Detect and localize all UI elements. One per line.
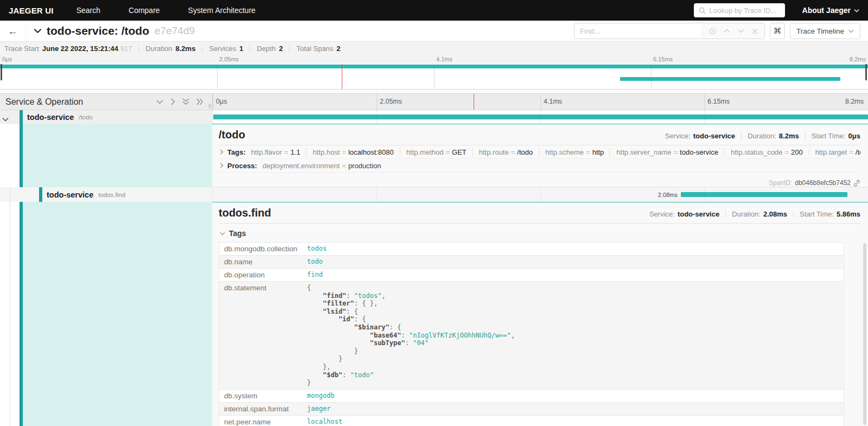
table-row: db.statement{ "find": "todos", "filter":… <box>219 282 844 390</box>
find-clear-icon[interactable] <box>752 28 758 34</box>
timeline-header-row: Service & Operation 0μs 2.05ms 4.1ms 6.1… <box>0 93 868 110</box>
trace-start: Trace Start June 22 2022, 15:21:44 .917 <box>4 44 132 53</box>
span-detail-title: /todo <box>219 129 245 141</box>
search-icon <box>699 7 706 14</box>
trace-duration: Duration 8.2ms <box>145 44 195 53</box>
timeline-ruler: 0μs 2.05ms 4.1ms 6.15ms 8.2ms <box>212 94 868 110</box>
span-tree-offset[interactable] <box>20 124 23 187</box>
tag-pill: http.scheme=http <box>539 148 610 156</box>
tag-pill: http.status_code=200 <box>724 148 809 156</box>
trace-id-lookup[interactable] <box>694 3 785 17</box>
minimap-span-bar-root <box>0 65 868 68</box>
timeline-cursor-line <box>474 94 474 110</box>
trace-view-selector[interactable]: Trace Timeline <box>790 23 860 39</box>
command-icon: ⌘ <box>773 26 781 36</box>
table-row: db.systemmongodb <box>219 389 844 402</box>
app-logo[interactable]: JAEGER UI <box>9 6 54 15</box>
tag-pill: http.server_name=todo-service <box>610 148 724 156</box>
tags-key-value-table: db.mongodb.collectiontodos db.nametodo d… <box>219 242 844 426</box>
tag-pill: http.host=localhost:8080 <box>306 148 399 156</box>
chevron-down-icon <box>854 9 859 12</box>
deep-link-icon[interactable] <box>853 180 860 187</box>
nav-compare[interactable]: Compare <box>129 6 160 15</box>
collapse-one-icon[interactable] <box>156 99 163 104</box>
match-scope-icon[interactable] <box>709 28 716 35</box>
span-duration-label: 2.08ms <box>644 192 678 198</box>
back-arrow-icon: ← <box>8 26 18 37</box>
trace-total-spans: Total Spans 2 <box>296 44 340 53</box>
span-detail-todos-find: todos.find Service:todo-service Duration… <box>0 202 868 426</box>
table-row: db.mongodb.collectiontodos <box>219 243 844 256</box>
chevron-down-icon <box>848 29 854 33</box>
expand-all-icon[interactable] <box>196 98 203 105</box>
tag-pill: http.flavor=1.1 <box>250 148 307 156</box>
trace-services: Services 1 <box>209 44 243 53</box>
find-bar <box>574 23 765 39</box>
tag-pill: http.target=/todo <box>809 148 860 156</box>
process-pill: deployment.environment=production <box>261 162 387 170</box>
span-detail-meta: Service:todo-service Duration:8.2ms Star… <box>665 132 860 140</box>
trace-page-header: ← todo-service: /todo e7e74d9 ⌘ Trace Ti… <box>0 21 868 42</box>
trace-depth: Depth 2 <box>257 44 283 53</box>
expand-one-icon[interactable] <box>170 98 175 105</box>
span-color-accent <box>20 110 23 124</box>
chevron-right-icon <box>220 163 224 168</box>
page-scrollbar-thumb[interactable] <box>863 243 866 425</box>
collapse-all-icon[interactable] <box>182 98 189 105</box>
trace-id-input[interactable] <box>710 7 780 15</box>
tags-section-header[interactable]: Tags <box>219 224 860 242</box>
table-row: internal.span.formatjaeger <box>219 402 844 415</box>
find-next-icon[interactable] <box>738 29 744 33</box>
trace-title-chevron-icon[interactable] <box>34 28 42 34</box>
span-detail-meta: Service:todo-service Duration:2.08ms Sta… <box>649 210 860 218</box>
back-button[interactable]: ← <box>0 21 26 41</box>
minimap-scrubber-right[interactable] <box>865 64 867 80</box>
nav-search[interactable]: Search <box>76 6 100 15</box>
span-id-row: SpanID: db046b8efc5b7452 <box>219 179 860 187</box>
find-prev-icon[interactable] <box>724 29 730 33</box>
table-row: net.peer.namelocalhost <box>219 415 844 426</box>
minimap-cursor-line <box>342 64 342 89</box>
indent-guide <box>10 202 10 426</box>
db-statement-json: { "find": "todos", "filter": { }, "lsid"… <box>307 284 839 387</box>
trace-id-short: e7e74d9 <box>155 25 195 37</box>
service-operation-header: Service & Operation <box>5 97 156 107</box>
trace-title: todo-service: /todo <box>47 24 149 37</box>
span-detail-todo: /todo Service:todo-service Duration:8.2m… <box>0 124 868 187</box>
keyboard-shortcuts-button[interactable]: ⌘ <box>770 23 785 39</box>
minimap-tick-labels: 0μs 2.05ms 4.1ms 6.15ms 8.2ms <box>0 55 868 64</box>
span-row-todo[interactable]: todo-service /todo <box>0 110 868 124</box>
process-accordion[interactable]: Process: deployment.environment=producti… <box>219 159 860 173</box>
nav-system-architecture[interactable]: System Architecture <box>188 6 256 15</box>
indent-guide <box>10 187 10 202</box>
top-nav: JAEGER UI Search Compare System Architec… <box>0 0 868 21</box>
trace-summary-bar: Trace Start June 22 2022, 15:21:44 .917 … <box>0 42 868 55</box>
span-bar-todo[interactable] <box>213 115 868 119</box>
minimap-span-bar-child <box>620 77 840 81</box>
collapse-children-icon[interactable] <box>2 114 9 124</box>
table-row: db.operationfind <box>219 269 844 282</box>
span-detail-title: todos.find <box>219 207 271 219</box>
find-input[interactable] <box>575 27 702 35</box>
span-tree-offset[interactable] <box>20 202 23 426</box>
tags-accordion[interactable]: Tags: http.flavor=1.1 http.host=localhos… <box>219 145 860 159</box>
span-row-todos-find[interactable]: todo-service todos.find 2.08ms <box>0 187 868 202</box>
chevron-down-icon <box>220 232 225 236</box>
chevron-right-icon <box>220 149 224 155</box>
column-resizer-grip[interactable] <box>209 104 211 108</box>
jaeger-trace-page: JAEGER UI Search Compare System Architec… <box>0 0 868 426</box>
tag-pill: http.method=GET <box>400 148 473 156</box>
about-jaeger-menu[interactable]: About Jaeger <box>802 6 859 15</box>
tag-pill: http.route=/todo <box>473 148 539 156</box>
minimap-scrubber-left[interactable] <box>1 64 2 80</box>
table-row: db.nametodo <box>219 256 844 269</box>
span-bar-todos-find[interactable] <box>681 192 847 197</box>
trace-minimap[interactable] <box>0 64 868 90</box>
span-color-accent <box>39 187 42 202</box>
